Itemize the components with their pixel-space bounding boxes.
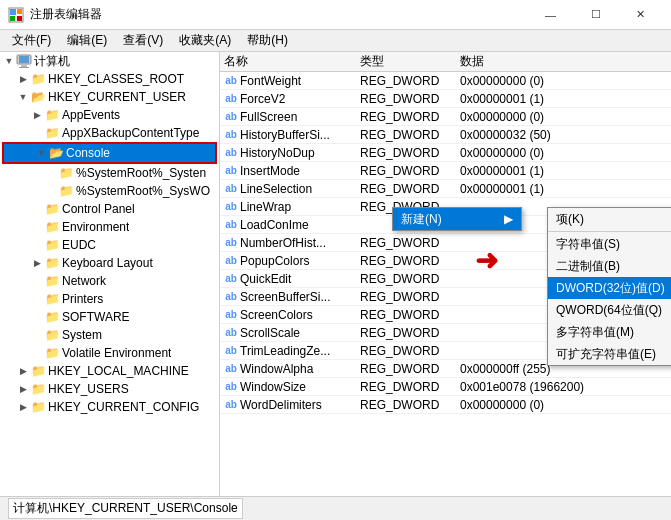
minimize-button[interactable]: — <box>528 0 573 30</box>
svg-rect-7 <box>21 65 27 67</box>
tree-item-hkcr[interactable]: ▶ 📁 HKEY_CLASSES_ROOT <box>0 70 219 88</box>
col-type-header: 类型 <box>360 53 460 70</box>
menu-file[interactable]: 文件(F) <box>4 30 59 51</box>
tree-item-environment[interactable]: ▶ 📁 Environment <box>0 218 219 236</box>
table-row[interactable]: ab HistoryNoDup REG_DWORD 0x00000000 (0) <box>220 144 671 162</box>
console-outline: ▼ 📂 Console <box>2 142 217 164</box>
cell-name-linewrap: ab LineWrap <box>220 200 360 214</box>
tree-panel: ▼ 计算机 ▶ 📁 HKEY_CLASSES_ROOT ▼ 📂 HKEY_CUR… <box>0 52 220 496</box>
expand-appevents-icon: ▶ <box>30 108 44 122</box>
tree-label-console: Console <box>66 146 110 160</box>
tree-item-keyboardlayout[interactable]: ▶ 📁 Keyboard Layout <box>0 254 219 272</box>
window-title: 注册表编辑器 <box>30 6 528 23</box>
folder-hkcu-icon: 📂 <box>30 90 46 104</box>
svg-rect-1 <box>10 9 16 15</box>
tree-item-controlpanel[interactable]: ▶ 📁 Control Panel <box>0 200 219 218</box>
tree-item-hklm[interactable]: ▶ 📁 HKEY_LOCAL_MACHINE <box>0 362 219 380</box>
tree-label-environment: Environment <box>62 220 129 234</box>
sub-item-qword64[interactable]: QWORD(64位值(Q) <box>548 299 671 321</box>
cell-name-numofhist: ab NumberOfHist... <box>220 236 360 250</box>
col-name-header: 名称 <box>220 53 360 70</box>
sub-item-dword32[interactable]: DWORD(32位)值(D) <box>548 277 671 299</box>
table-row[interactable]: ab WindowSize REG_DWORD 0x001e0078 (1966… <box>220 378 671 396</box>
folder-hkcr-icon: 📁 <box>30 72 46 86</box>
expand-keyboardlayout-icon: ▶ <box>30 256 44 270</box>
folder-environment-icon: 📁 <box>44 220 60 234</box>
tree-label-controlpanel: Control Panel <box>62 202 135 216</box>
folder-console-icon: 📂 <box>48 146 64 160</box>
menu-help[interactable]: 帮助(H) <box>239 30 296 51</box>
tree-label-hkcr: HKEY_CLASSES_ROOT <box>48 72 184 86</box>
cell-name-quickedit: ab QuickEdit <box>220 272 360 286</box>
reg-icon3: ab <box>224 111 238 123</box>
svg-rect-2 <box>17 9 22 14</box>
expand-hkcu-icon: ▼ <box>16 90 30 104</box>
folder-keyboardlayout-icon: 📁 <box>44 256 60 270</box>
tree-item-console[interactable]: ▼ 📂 Console <box>4 144 215 162</box>
table-row[interactable]: ab WordDelimiters REG_DWORD 0x00000000 (… <box>220 396 671 414</box>
menu-view[interactable]: 查看(V) <box>115 30 171 51</box>
tree-item-software[interactable]: ▶ 📁 SOFTWARE <box>0 308 219 326</box>
tree-item-computer[interactable]: ▼ 计算机 <box>0 52 219 70</box>
reg-icon13: ab <box>224 291 238 303</box>
tree-item-printers[interactable]: ▶ 📁 Printers <box>0 290 219 308</box>
sub-item-multistring[interactable]: 多字符串值(M) <box>548 321 671 343</box>
menu-edit[interactable]: 编辑(E) <box>59 30 115 51</box>
folder-sysroot2-icon: 📁 <box>58 184 74 198</box>
tree-item-appxbackup[interactable]: ▶ 📁 AppXBackupContentType <box>0 124 219 142</box>
table-row[interactable]: ab InsertMode REG_DWORD 0x00000001 (1) <box>220 162 671 180</box>
status-bar: 计算机\HKEY_CURRENT_USER\Console <box>0 496 671 520</box>
expand-console-icon: ▼ <box>34 146 48 160</box>
cell-name-trimleadingze: ab TrimLeadingZe... <box>220 344 360 358</box>
sub-item-key[interactable]: 项(K) <box>548 208 671 230</box>
cell-name-historybuffer: ab HistoryBufferSi... <box>220 128 360 142</box>
cell-name-popupcolors: ab PopupColors <box>220 254 360 268</box>
reg-icon15: ab <box>224 327 238 339</box>
tree-label-system: System <box>62 328 102 342</box>
table-row[interactable]: ab ForceV2 REG_DWORD 0x00000001 (1) <box>220 90 671 108</box>
tree-label-software: SOFTWARE <box>62 310 130 324</box>
sub-item-binary[interactable]: 二进制值(B) <box>548 255 671 277</box>
menu-favorites[interactable]: 收藏夹(A) <box>171 30 239 51</box>
maximize-button[interactable]: ☐ <box>573 0 618 30</box>
cell-name-windowsize: ab WindowSize <box>220 380 360 394</box>
expand-hklm-icon: ▶ <box>16 364 30 378</box>
tree-label-appevents: AppEvents <box>62 108 120 122</box>
tree-item-system[interactable]: ▶ 📁 System <box>0 326 219 344</box>
tree-label-computer: 计算机 <box>34 53 70 70</box>
table-row[interactable]: ab FullScreen REG_DWORD 0x00000000 (0) <box>220 108 671 126</box>
main-container: ▼ 计算机 ▶ 📁 HKEY_CLASSES_ROOT ▼ 📂 HKEY_CUR… <box>0 52 671 496</box>
folder-eudc-icon: 📁 <box>44 238 60 252</box>
table-row[interactable]: ab LineSelection REG_DWORD 0x00000001 (1… <box>220 180 671 198</box>
cell-type-fontweight: REG_DWORD <box>360 74 460 88</box>
computer-icon <box>16 54 32 68</box>
submenu-new: 项(K) 字符串值(S) 二进制值(B) DWORD(32位)值(D) QWOR… <box>547 207 671 366</box>
tree-item-appevents[interactable]: ▶ 📁 AppEvents <box>0 106 219 124</box>
tree-item-hku[interactable]: ▶ 📁 HKEY_USERS <box>0 380 219 398</box>
cell-name-worddelimiters: ab WordDelimiters <box>220 398 360 412</box>
sub-item-expandstring[interactable]: 可扩充字符串值(E) <box>548 343 671 365</box>
tree-label-network: Network <box>62 274 106 288</box>
reg-icon5: ab <box>224 147 238 159</box>
tree-item-network[interactable]: ▶ 📁 Network <box>0 272 219 290</box>
reg-icon11: ab <box>224 255 238 267</box>
cell-name-screenbuffersi: ab ScreenBufferSi... <box>220 290 360 304</box>
folder-network-icon: 📁 <box>44 274 60 288</box>
table-row[interactable]: ab HistoryBufferSi... REG_DWORD 0x000000… <box>220 126 671 144</box>
cell-name-fullscreen: ab FullScreen <box>220 110 360 124</box>
tree-item-hkcu[interactable]: ▼ 📂 HKEY_CURRENT_USER <box>0 88 219 106</box>
tree-item-eudc[interactable]: ▶ 📁 EUDC <box>0 236 219 254</box>
tree-item-hkcc[interactable]: ▶ 📁 HKEY_CURRENT_CONFIG <box>0 398 219 416</box>
app-icon <box>8 7 24 23</box>
close-button[interactable]: ✕ <box>618 0 663 30</box>
reg-icon7: ab <box>224 183 238 195</box>
svg-rect-6 <box>19 56 29 63</box>
cell-name-lineselection: ab LineSelection <box>220 182 360 196</box>
table-row[interactable]: ab FontWeight REG_DWORD 0x00000000 (0) <box>220 72 671 90</box>
tree-item-sysroot1[interactable]: ▶ 📁 %SystemRoot%_Systen <box>0 164 219 182</box>
tree-item-volatile[interactable]: ▶ 📁 Volatile Environment <box>0 344 219 362</box>
sub-item-string[interactable]: 字符串值(S) <box>548 233 671 255</box>
tree-item-sysroot2[interactable]: ▶ 📁 %SystemRoot%_SysWO <box>0 182 219 200</box>
folder-software-icon: 📁 <box>44 310 60 324</box>
reg-icon9: ab <box>224 219 238 231</box>
